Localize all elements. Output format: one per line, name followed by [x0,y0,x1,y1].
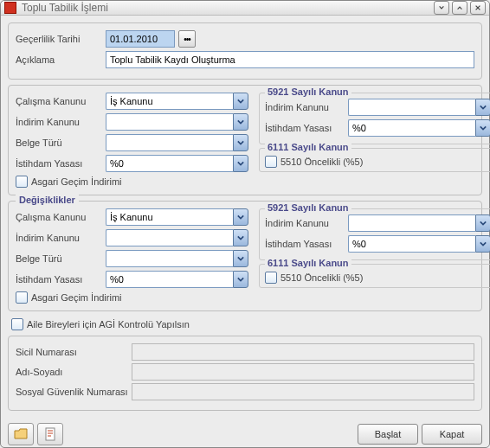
chevron-down-icon[interactable] [475,235,490,253]
header-group: Geçerlilik Tarihi ••• Açıklama [8,22,482,80]
g1r-indirim-combo[interactable] [348,99,475,116]
g2r-istihdam-combo[interactable] [348,235,475,253]
g1-5921-title: 5921 Sayılı Kanun [265,86,351,97]
g2-5510-label[interactable]: 5510 Öncelikli (%5) [280,272,363,283]
aciklama-label: Açıklama [16,54,102,65]
chevron-down-icon[interactable] [233,271,248,288]
g1r-istihdam-combo[interactable] [348,119,475,137]
g2-5921-title: 5921 Sayılı Kanun [265,202,351,213]
g1r-indirim-label: İndirim Kanunu [265,102,345,112]
criteria-group: Çalışma Kanunu İndirim Kanunu Belge Türü… [8,85,482,195]
changes-group: Değişiklikler Çalışma Kanunu İndirim Kan… [8,201,482,311]
g1-5510-checkbox[interactable] [265,156,277,168]
main-window: Toplu Tabilik İşlemi Geçerlilik Tarihi •… [0,0,490,448]
folder-icon[interactable] [8,423,34,445]
titlebar: Toplu Tabilik İşlemi [1,1,489,16]
aile-checkbox[interactable] [11,318,23,330]
g2-indirim-label: İndirim Kanunu [16,233,102,243]
chevron-down-icon[interactable] [233,134,248,151]
g2-belge-combo[interactable] [106,250,233,267]
g1r-istihdam-label: İstihdam Yasası [265,123,345,133]
minimize-button[interactable] [434,1,449,15]
g2-indirim-combo[interactable] [106,229,233,246]
g1-belge-combo[interactable] [106,134,233,151]
sicil-input [132,343,474,361]
g1-agi-label[interactable]: Asgari Geçim İndirimi [31,176,122,187]
g2-calisma-label: Çalışma Kanunu [16,212,102,222]
g1-istihdam-combo[interactable] [106,155,233,172]
g2r-indirim-label: İndirim Kanunu [265,218,345,228]
close-button[interactable] [470,1,486,15]
g2-calisma-combo[interactable] [106,208,233,226]
g2-agi-checkbox[interactable] [16,291,28,304]
g1-6111-group: 6111 Sayılı Kanun 5510 Öncelikli (%5) [259,148,490,172]
chevron-down-icon[interactable] [475,99,490,116]
g1-agi-checkbox[interactable] [16,176,28,188]
gecerlilik-input[interactable] [106,30,175,48]
footer: Başlat Kapat [1,418,489,448]
g1-5510-label[interactable]: 5510 Öncelikli (%5) [280,157,363,167]
gecerlilik-label: Geçerlilik Tarihi [16,34,102,44]
aile-label[interactable]: Aile Bireyleri için AGİ Kontrolü Yapılsı… [27,319,190,330]
chevron-down-icon[interactable] [233,113,248,131]
g2r-indirim-combo[interactable] [348,214,475,232]
g2r-istihdam-label: İstihdam Yasası [265,239,345,249]
maximize-button[interactable] [452,1,467,15]
document-icon[interactable] [37,423,63,445]
g2-belge-label: Belge Türü [16,253,102,264]
chevron-down-icon[interactable] [233,208,248,226]
app-icon [4,2,16,14]
svg-rect-0 [46,428,55,440]
g1-belge-label: Belge Türü [16,138,102,148]
chevron-down-icon[interactable] [233,155,248,172]
changes-legend: Değişiklikler [16,195,79,205]
kapat-button[interactable]: Kapat [422,424,482,445]
aciklama-input[interactable] [106,51,474,68]
g1-6111-title: 6111 Sayılı Kanun [265,142,351,152]
chevron-down-icon[interactable] [233,229,248,246]
chevron-down-icon[interactable] [475,119,490,137]
g1-calisma-combo[interactable] [106,93,233,110]
chevron-down-icon[interactable] [475,214,490,232]
g1-calisma-label: Çalışma Kanunu [16,96,102,106]
chevron-down-icon[interactable] [233,93,248,110]
g2-6111-title: 6111 Sayılı Kanun [265,258,351,268]
sgk-label: Sosyal Güvenlik Numarası [16,387,128,397]
sgk-input [132,383,474,400]
info-group: Sicil Numarası Adı-Soyadı Sosyal Güvenli… [8,336,482,411]
g2-agi-label[interactable]: Asgari Geçim İndirimi [31,292,122,303]
g1-indirim-combo[interactable] [106,113,233,131]
ad-label: Adı-Soyadı [16,367,128,377]
window-title: Toplu Tabilik İşlemi [22,2,434,14]
sicil-label: Sicil Numarası [16,347,128,357]
g2-5921-group: 5921 Sayılı Kanun İndirim Kanunu İstihda… [259,208,490,260]
g1-indirim-label: İndirim Kanunu [16,117,102,127]
g2-istihdam-combo[interactable] [106,271,233,288]
g1-5921-group: 5921 Sayılı Kanun İndirim Kanunu İstihda… [259,93,490,144]
g2-6111-group: 6111 Sayılı Kanun 5510 Öncelikli (%5) [259,264,490,288]
g1-istihdam-label: İstihdam Yasası [16,158,102,169]
date-picker-button[interactable]: ••• [178,30,196,48]
chevron-down-icon[interactable] [233,250,248,267]
g2-5510-checkbox[interactable] [265,272,277,284]
ad-input [132,363,474,381]
baslat-button[interactable]: Başlat [358,424,418,445]
g2-istihdam-label: İstihdam Yasası [16,274,102,285]
